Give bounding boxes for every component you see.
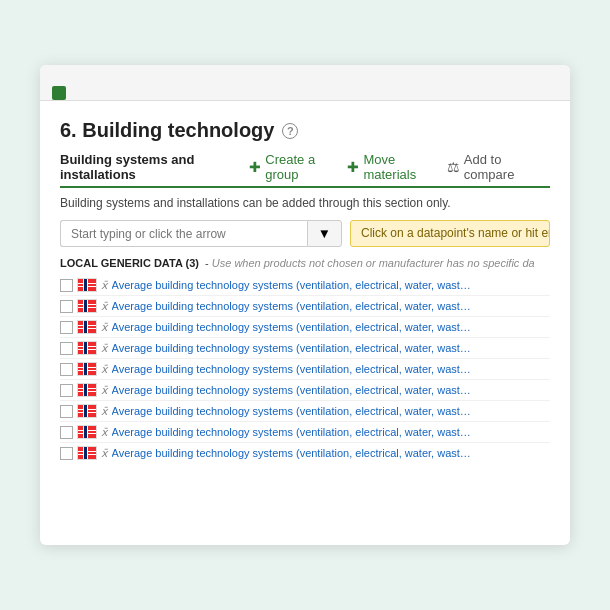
- row-x-icon: x̄: [101, 279, 108, 292]
- row-text[interactable]: Average building technology systems (ven…: [112, 363, 472, 375]
- row-checkbox[interactable]: [60, 384, 73, 397]
- list-item: x̄Average building technology systems (v…: [60, 338, 550, 359]
- row-x-icon: x̄: [101, 447, 108, 460]
- norway-flag-icon: [77, 383, 97, 397]
- row-x-icon: x̄: [101, 426, 108, 439]
- data-section-label: LOCAL GENERIC DATA (3): [60, 257, 199, 269]
- norway-flag-icon: [77, 320, 97, 334]
- list-item: x̄Average building technology systems (v…: [60, 380, 550, 401]
- row-x-icon: x̄: [101, 342, 108, 355]
- norway-flag-icon: [77, 299, 97, 313]
- section-label: Building systems and installations: [60, 152, 239, 182]
- search-dropdown-button[interactable]: ▼: [307, 220, 342, 247]
- create-group-button[interactable]: ✚ Create a group: [249, 152, 335, 182]
- row-x-icon: x̄: [101, 363, 108, 376]
- data-list: x̄Average building technology systems (v…: [60, 275, 550, 463]
- row-x-icon: x̄: [101, 384, 108, 397]
- page-title-row: 6. Building technology ?: [60, 119, 550, 142]
- move-materials-button[interactable]: ✚ Move materials: [347, 152, 434, 182]
- move-materials-label: Move materials: [363, 152, 434, 182]
- search-row: ▼ Click on a datapoint's name or hit ent…: [60, 220, 550, 247]
- list-item: x̄Average building technology systems (v…: [60, 443, 550, 463]
- row-text[interactable]: Average building technology systems (ven…: [112, 426, 472, 438]
- row-x-icon: x̄: [101, 300, 108, 313]
- norway-flag-icon: [77, 425, 97, 439]
- row-text[interactable]: Average building technology systems (ven…: [112, 342, 472, 354]
- add-to-compare-icon: ⚖: [447, 159, 460, 175]
- row-text[interactable]: Average building technology systems (ven…: [112, 321, 472, 333]
- list-item: x̄Average building technology systems (v…: [60, 401, 550, 422]
- row-text[interactable]: Average building technology systems (ven…: [112, 279, 472, 291]
- row-checkbox[interactable]: [60, 426, 73, 439]
- list-item: x̄Average building technology systems (v…: [60, 296, 550, 317]
- row-x-icon: x̄: [101, 405, 108, 418]
- data-section-header: LOCAL GENERIC DATA (3) - Use when produc…: [60, 257, 550, 269]
- create-group-label: Create a group: [265, 152, 335, 182]
- add-to-compare-label: Add to compare: [464, 152, 538, 182]
- search-input[interactable]: [60, 220, 307, 247]
- norway-flag-icon: [77, 362, 97, 376]
- row-x-icon: x̄: [101, 321, 108, 334]
- list-item: x̄Average building technology systems (v…: [60, 359, 550, 380]
- row-checkbox[interactable]: [60, 321, 73, 334]
- row-text[interactable]: Average building technology systems (ven…: [112, 300, 472, 312]
- add-to-compare-button[interactable]: ⚖ Add to compare: [447, 152, 538, 182]
- row-checkbox[interactable]: [60, 279, 73, 292]
- row-text[interactable]: Average building technology systems (ven…: [112, 447, 472, 459]
- help-icon[interactable]: ?: [282, 123, 298, 139]
- list-item: x̄Average building technology systems (v…: [60, 422, 550, 443]
- create-group-icon: ✚: [249, 159, 261, 175]
- tab-bar: [40, 65, 570, 101]
- chevron-down-icon: ▼: [318, 226, 331, 241]
- data-section-description: Use when products not chosen or manufact…: [212, 257, 535, 269]
- row-text[interactable]: Average building technology systems (ven…: [112, 384, 472, 396]
- norway-flag-icon: [77, 341, 97, 355]
- norway-flag-icon: [77, 404, 97, 418]
- row-text[interactable]: Average building technology systems (ven…: [112, 405, 472, 417]
- list-item: x̄Average building technology systems (v…: [60, 317, 550, 338]
- row-checkbox[interactable]: [60, 447, 73, 460]
- row-checkbox[interactable]: [60, 405, 73, 418]
- norway-flag-icon: [77, 278, 97, 292]
- list-item: x̄Average building technology systems (v…: [60, 275, 550, 296]
- info-text: Building systems and installations can b…: [60, 196, 550, 210]
- norway-flag-icon: [77, 446, 97, 460]
- toolbar: Building systems and installations ✚ Cre…: [60, 152, 550, 188]
- row-checkbox[interactable]: [60, 363, 73, 376]
- row-checkbox[interactable]: [60, 342, 73, 355]
- page-title: 6. Building technology: [60, 119, 274, 142]
- click-hint: Click on a datapoint's name or hit enter…: [350, 220, 550, 247]
- tab-icon[interactable]: [52, 86, 66, 100]
- main-window: 6. Building technology ? Building system…: [40, 65, 570, 545]
- content-area: 6. Building technology ? Building system…: [40, 101, 570, 483]
- row-checkbox[interactable]: [60, 300, 73, 313]
- move-materials-icon: ✚: [347, 159, 359, 175]
